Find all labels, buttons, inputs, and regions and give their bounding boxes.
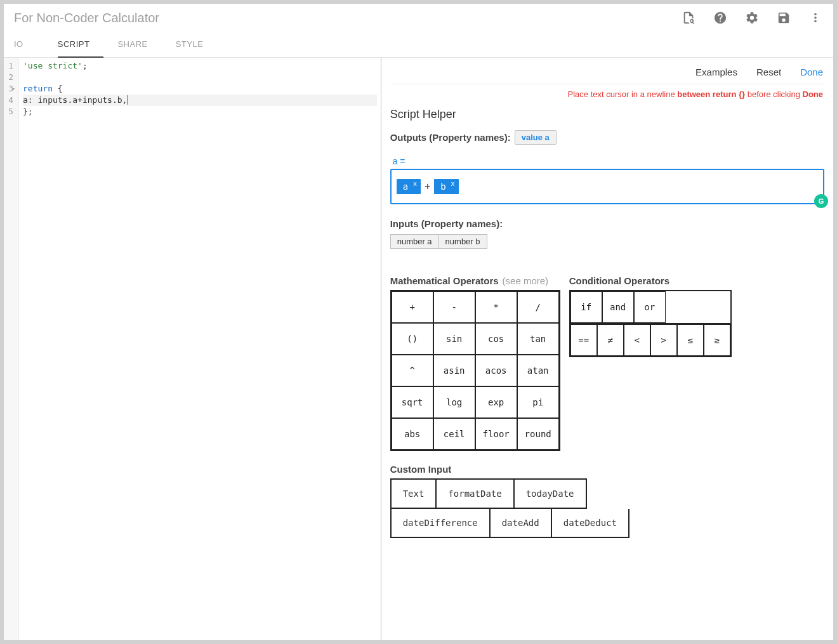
cond-op-button[interactable]: if	[570, 291, 602, 323]
expr-token[interactable]: ax	[397, 179, 421, 194]
line-number: 4	[6, 95, 15, 106]
math-op-button[interactable]: sqrt	[392, 386, 433, 418]
more-vert-icon[interactable]	[808, 10, 823, 25]
remove-token-icon[interactable]: x	[451, 181, 455, 187]
tab-style[interactable]: STYLE	[176, 32, 218, 57]
input-chip-a[interactable]: number a	[390, 234, 439, 249]
code-line[interactable]: return {	[23, 83, 377, 95]
custom-input-button[interactable]: dateDifference	[390, 509, 491, 538]
line-number: 2	[6, 72, 15, 83]
cond-op-button[interactable]: ≤	[677, 324, 704, 356]
math-op-button[interactable]: pi	[517, 386, 559, 418]
inputs-label: Inputs (Property names):	[390, 218, 824, 229]
custom-input-label: Custom Input	[390, 464, 824, 475]
cond-op-button[interactable]: ≠	[597, 324, 624, 356]
toolbar-icons	[681, 10, 823, 25]
cond-op-button[interactable]: and	[602, 291, 634, 323]
topbar: For Non-Coder Calculator	[4, 4, 833, 32]
custom-input-button[interactable]: Text	[390, 478, 437, 509]
cond-op-button[interactable]: ==	[570, 324, 597, 356]
math-op-button[interactable]: ceil	[433, 418, 475, 450]
input-chip-b[interactable]: number b	[439, 234, 487, 249]
line-number: 3	[6, 83, 15, 95]
tab-io[interactable]: IO	[14, 32, 37, 57]
outputs-label: Outputs (Property names): value a	[390, 130, 824, 145]
reset-link[interactable]: Reset	[756, 67, 781, 77]
gear-icon[interactable]	[744, 10, 760, 25]
math-op-button[interactable]: asin	[433, 355, 475, 386]
custom-row-2: dateDifferencedateAdddateDeduct	[390, 509, 824, 538]
input-chips: number a number b	[390, 234, 824, 249]
code-line[interactable]: 'use strict';	[23, 60, 377, 72]
custom-row-1: TextformatDatetodayDate	[390, 478, 824, 509]
math-op-button[interactable]: +	[392, 291, 433, 323]
page-title: For Non-Coder Calculator	[14, 11, 681, 25]
code-line[interactable]: a: inputs.a+inputs.b,	[23, 95, 377, 106]
expression-box[interactable]: ax+bxG	[390, 169, 824, 204]
math-op-button[interactable]: ^	[392, 355, 433, 386]
line-number: 1	[6, 60, 15, 72]
cond-operator-grid-top: ifandor	[569, 290, 732, 324]
custom-input-button[interactable]: formatDate	[437, 478, 514, 509]
tab-bar: IO SCRIPT SHARE STYLE	[4, 32, 833, 58]
math-op-button[interactable]: tan	[517, 323, 559, 355]
cond-op-button[interactable]: or	[634, 291, 666, 323]
script-helper-panel: Examples Reset Done Place text cursor in…	[381, 58, 833, 640]
cond-op-button[interactable]: >	[650, 324, 677, 356]
tab-script[interactable]: SCRIPT	[58, 32, 104, 58]
math-operator-grid: +-*/()sincostan^asinacosatansqrtlogexppi…	[390, 290, 560, 451]
remove-token-icon[interactable]: x	[413, 181, 417, 187]
helper-links: Examples Reset Done	[390, 63, 824, 84]
help-icon[interactable]	[713, 10, 728, 25]
code-area[interactable]: 'use strict'; return {a: inputs.a+inputs…	[19, 58, 381, 640]
grammarly-icon: G	[814, 194, 828, 208]
custom-input-button[interactable]: dateAdd	[491, 509, 552, 538]
cond-op-button[interactable]: <	[624, 324, 650, 356]
code-line[interactable]: };	[23, 106, 377, 117]
output-chip[interactable]: value a	[515, 130, 557, 145]
line-gutter: 12345	[4, 58, 19, 640]
code-line[interactable]	[23, 72, 377, 83]
expr-operator: +	[423, 181, 432, 192]
examples-link[interactable]: Examples	[695, 67, 737, 77]
cond-operator-grid-bot: ==≠<>≤≥	[569, 323, 732, 357]
custom-input-button[interactable]: dateDeduct	[552, 509, 629, 538]
math-op-button[interactable]: atan	[517, 355, 559, 386]
tab-share[interactable]: SHARE	[117, 32, 161, 57]
file-search-icon[interactable]	[681, 10, 696, 25]
custom-input-button[interactable]: todayDate	[515, 478, 587, 509]
line-number: 5	[6, 106, 15, 117]
cond-op-button[interactable]: ≥	[704, 324, 730, 356]
math-op-button[interactable]: *	[475, 291, 517, 323]
math-op-button[interactable]: round	[517, 418, 559, 450]
math-op-button[interactable]: cos	[475, 323, 517, 355]
save-icon[interactable]	[776, 10, 791, 25]
math-op-button[interactable]: abs	[392, 418, 433, 450]
script-helper-title: Script Helper	[390, 108, 824, 121]
math-op-button[interactable]: /	[517, 291, 559, 323]
expr-token[interactable]: bx	[434, 179, 458, 194]
expression-label: a =	[393, 156, 824, 166]
math-op-button[interactable]: floor	[475, 418, 517, 450]
code-editor[interactable]: 12345 'use strict'; return {a: inputs.a+…	[4, 58, 381, 640]
math-op-button[interactable]: acos	[475, 355, 517, 386]
math-op-button[interactable]: log	[433, 386, 475, 418]
see-more-link[interactable]: (see more)	[503, 275, 549, 286]
math-op-button[interactable]: sin	[433, 323, 475, 355]
cond-ops-label: Conditional Operators	[569, 275, 732, 286]
math-ops-label: Mathematical Operators (see more)	[390, 275, 560, 286]
done-link[interactable]: Done	[800, 67, 823, 77]
math-op-button[interactable]: ()	[392, 323, 433, 355]
hint-text: Place text cursor in a newline between r…	[390, 89, 823, 99]
math-op-button[interactable]: -	[433, 291, 475, 323]
math-op-button[interactable]: exp	[475, 386, 517, 418]
